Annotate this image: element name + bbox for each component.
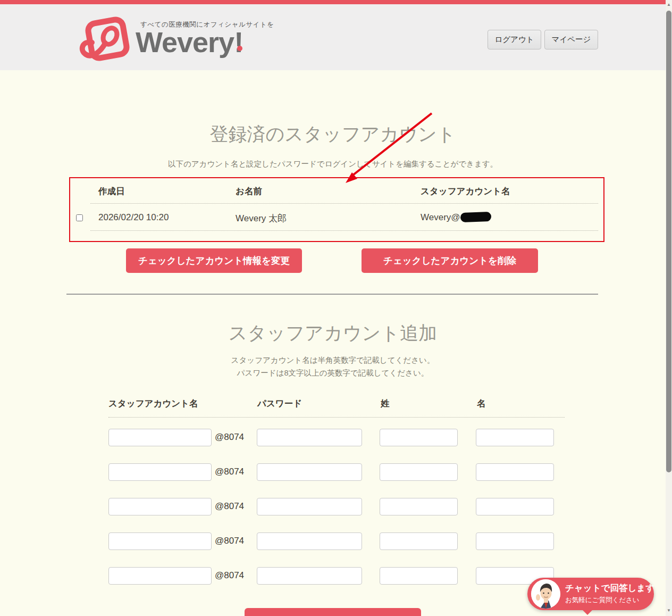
password-input-3[interactable] [257, 498, 362, 515]
delete-checked-accounts-button[interactable]: チェックしたアカウントを削除 [362, 248, 538, 273]
last-name-input-5[interactable] [380, 567, 458, 585]
page: すべての医療機関にオフィシャルサイトを Wevery! ログアウト マイページ … [0, 0, 672, 616]
add-accounts-submit-button[interactable] [245, 608, 421, 616]
section-divider [66, 294, 598, 295]
account-name-input-4[interactable] [108, 532, 212, 550]
last-name-input-1[interactable] [380, 429, 458, 446]
first-name-input-3[interactable] [476, 498, 554, 515]
first-name-input-2[interactable] [476, 463, 554, 481]
annotation-arrow [0, 0, 672, 616]
last-name-input-2[interactable] [380, 463, 458, 481]
form-header-account: スタッフアカウント名 [108, 398, 198, 410]
add-section-title: スタッフアカウント追加 [0, 321, 666, 345]
account-suffix-label: @8074 [215, 432, 244, 443]
first-name-input-1[interactable] [476, 429, 554, 446]
scrollbar-down-icon[interactable]: ▼ [666, 607, 672, 614]
annotation-box [69, 177, 604, 242]
form-header-lastname: 姓 [381, 398, 390, 410]
last-name-input-4[interactable] [380, 532, 458, 550]
account-suffix-label: @8074 [215, 501, 244, 512]
password-input-4[interactable] [257, 532, 362, 550]
password-input-2[interactable] [257, 463, 362, 481]
wevery-logo-icon [76, 14, 133, 69]
chat-title: チャットで回答します [565, 582, 654, 594]
mypage-button[interactable]: マイページ [544, 30, 598, 49]
password-input-1[interactable] [257, 429, 362, 446]
chat-bubble-tail [582, 609, 593, 615]
account-suffix-label: @8074 [215, 467, 244, 477]
account-name-input-2[interactable] [108, 463, 212, 481]
first-name-input-4[interactable] [476, 532, 554, 550]
brand-wordmark: Wevery! [136, 28, 243, 56]
last-name-input-3[interactable] [380, 498, 458, 515]
scrollbar-up-icon[interactable]: ▲ [666, 2, 672, 8]
page-title: 登録済のスタッフアカウント [0, 122, 666, 146]
form-divider [108, 417, 565, 418]
form-header-firstname: 名 [477, 398, 486, 410]
add-section-desc-1: スタッフアカウント名は半角英数字で記載してください。 [0, 355, 666, 365]
logout-button[interactable]: ログアウト [488, 30, 541, 49]
scrollbar[interactable]: ▲ ▼ [666, 0, 672, 616]
add-section-desc-2: パスワードは8文字以上の英数字で記載してください。 [0, 368, 666, 378]
chat-subtitle: お気軽にご質問ください [565, 596, 640, 605]
account-suffix-label: @8074 [215, 570, 244, 581]
account-name-input-3[interactable] [108, 498, 212, 515]
edit-checked-accounts-button[interactable]: チェックしたアカウント情報を変更 [126, 248, 302, 273]
scrollbar-thumb[interactable] [666, 11, 671, 472]
chat-avatar [531, 579, 560, 609]
password-input-5[interactable] [257, 567, 362, 585]
account-name-input-5[interactable] [108, 567, 212, 585]
top-accent-bar [0, 0, 666, 4]
form-header-password: パスワード [257, 398, 302, 410]
header: すべての医療機関にオフィシャルサイトを Wevery! ログアウト マイページ [0, 4, 666, 70]
account-name-input-1[interactable] [108, 429, 212, 446]
page-subtitle: 以下のアカウント名と設定したパスワードでログインしてサイトを編集することができま… [0, 159, 666, 169]
account-suffix-label: @8074 [215, 536, 244, 546]
